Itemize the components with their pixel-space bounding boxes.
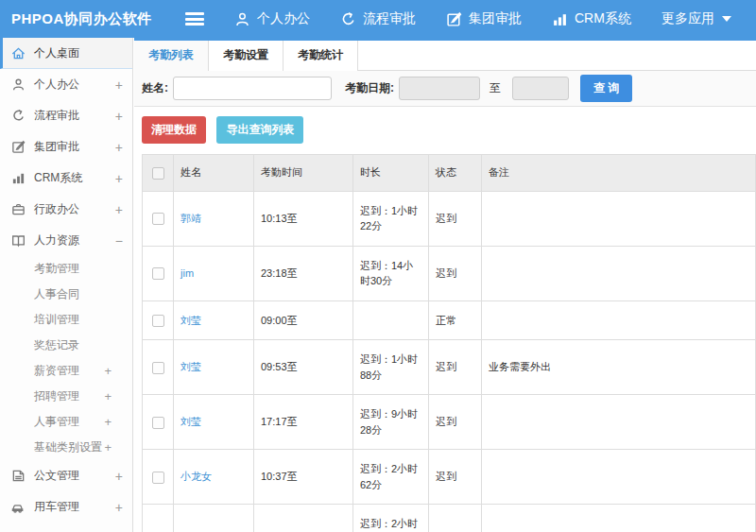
tab-attendance-statistics[interactable]: 考勤统计 [284, 41, 358, 71]
export-query-list-button[interactable]: 导出查询列表 [216, 116, 303, 144]
edit-icon [11, 140, 26, 154]
attendance-time: 23:18至 [254, 246, 353, 300]
expand-plus-icon[interactable]: + [115, 469, 123, 484]
status-text: 迟到 [429, 340, 482, 395]
sidebar-item-document-management[interactable]: 公文管理 + [0, 460, 132, 491]
expand-plus-icon[interactable]: + [115, 77, 123, 93]
row-checkbox[interactable] [152, 213, 164, 225]
row-checkbox[interactable] [152, 362, 164, 374]
sidebar-subitem-training-management[interactable]: 培训管理 [0, 307, 132, 333]
remark-text: 业务需要外出 [482, 340, 756, 395]
name-search-input[interactable] [173, 77, 332, 100]
sidebar: 个人桌面 个人办公 + 流程审批 + 集团审批 + CRM系统 + 行政办公 + [0, 38, 133, 532]
sidebar-item-label: 公文管理 [34, 468, 115, 484]
name-link[interactable]: 刘莹 [180, 416, 201, 427]
duration-line: 迟到：9小时28分 [360, 406, 421, 438]
expand-plus-icon[interactable]: + [104, 389, 112, 403]
nav-label: 个人办公 [257, 10, 310, 27]
duration-cell: 迟到：1小时88分 [353, 340, 429, 395]
row-checkbox[interactable] [152, 472, 164, 484]
nav-item-crm-system[interactable]: CRM系统 [552, 10, 631, 27]
date-to-input[interactable] [512, 77, 569, 100]
duration-cell: 迟到：2小时62分 [353, 450, 429, 505]
date-from-input[interactable] [399, 77, 480, 100]
sidebar-subitem-recruitment-management[interactable]: 招聘管理 + [0, 384, 132, 409]
attendance-list-panel: 清理数据 导出查询列表 姓名 考勤时间 时长 状态 备注 郭靖10:13至迟到：… [134, 107, 756, 532]
date-to-label: 至 [490, 80, 501, 96]
expand-plus-icon[interactable]: + [115, 500, 123, 515]
nav-item-more-apps[interactable]: 更多应用 [662, 10, 731, 27]
row-checkbox[interactable] [152, 417, 164, 429]
nav-item-group-approval[interactable]: 集团审批 [446, 10, 522, 27]
expand-plus-icon[interactable]: + [104, 440, 112, 455]
expand-plus-icon[interactable]: + [115, 171, 123, 186]
table-row: 郭靖10:13至迟到：1小时22分迟到 [143, 191, 756, 246]
sidebar-subitem-attendance-management[interactable]: 考勤管理 [0, 256, 132, 282]
sidebar-subitem-reward-punishment[interactable]: 奖惩记录 [0, 333, 132, 358]
duration-cell: 迟到：1小时22分 [353, 191, 429, 246]
duration-line: 迟到：1小时88分 [360, 352, 421, 383]
expand-plus-icon[interactable]: + [115, 140, 123, 155]
sidebar-item-personal-desktop[interactable]: 个人桌面 [0, 38, 132, 69]
clean-data-button[interactable]: 清理数据 [142, 116, 206, 144]
attendance-time: 10:54至10:54 [254, 505, 353, 532]
remark-text [482, 395, 756, 450]
expand-plus-icon[interactable]: + [104, 415, 112, 429]
sidebar-item-vehicle-management[interactable]: 用车管理 + [0, 491, 132, 523]
sidebar-item-personal-office[interactable]: 个人办公 + [0, 69, 132, 100]
name-link[interactable]: 郭靖 [180, 213, 201, 224]
hr-submenu: 考勤管理 人事合同 培训管理 奖惩记录 薪资管理 + 招聘管理 + 人事管理 +… [0, 256, 132, 460]
home-icon [11, 46, 26, 60]
sidebar-item-workflow-approval[interactable]: 流程审批 + [0, 100, 132, 131]
attendance-table: 姓名 考勤时间 时长 状态 备注 郭靖10:13至迟到：1小时22分迟到jim2… [142, 154, 756, 532]
chart-icon [11, 171, 26, 185]
duration-line: 迟到：2小时62分 [360, 461, 421, 492]
status-text: 迟到 [429, 450, 482, 505]
row-checkbox[interactable] [152, 315, 164, 327]
table-row: 刘莹17:17至迟到：9小时28分迟到 [143, 395, 756, 450]
duration-cell: 迟到：14小时30分 [353, 246, 429, 300]
sidebar-item-group-approval[interactable]: 集团审批 + [0, 131, 132, 163]
hamburger-menu-icon[interactable] [185, 12, 204, 26]
select-all-checkbox[interactable] [152, 167, 164, 180]
query-button[interactable]: 查 询 [580, 75, 632, 102]
nav-item-personal-office[interactable]: 个人办公 [234, 10, 310, 27]
status-text: 正常 [429, 300, 482, 340]
expand-plus-icon[interactable]: + [115, 109, 123, 124]
collapse-minus-icon[interactable]: − [115, 233, 123, 249]
attendance-date-label: 考勤日期: [345, 80, 394, 96]
sidebar-item-label: CRM系统 [34, 170, 115, 186]
app-logo: PHPOA协同办公软件 [0, 10, 185, 28]
sidebar-item-human-resources[interactable]: 人力资源 − [0, 225, 132, 256]
status-text: 迟到 [429, 246, 482, 300]
sidebar-item-label: 个人办公 [34, 77, 115, 93]
column-header-status: 状态 [429, 155, 482, 192]
row-checkbox[interactable] [152, 267, 164, 280]
tab-attendance-settings[interactable]: 考勤设置 [209, 41, 284, 71]
column-header-duration: 时长 [353, 155, 429, 192]
nav-label: 流程审批 [363, 10, 416, 27]
name-link[interactable]: jim [180, 267, 194, 279]
sidebar-subitem-base-category-settings[interactable]: 基础类别设置 + [0, 435, 132, 460]
sidebar-item-label: 流程审批 [34, 108, 115, 124]
sidebar-item-admin-office[interactable]: 行政办公 + [0, 194, 132, 225]
expand-plus-icon[interactable]: + [115, 202, 123, 217]
person-icon [11, 77, 26, 92]
remark-text [482, 191, 756, 246]
sidebar-item-label: 集团审批 [34, 139, 115, 155]
sidebar-item-crm-system[interactable]: CRM系统 + [0, 163, 132, 194]
top-header: PHPOA协同办公软件 个人办公 流程审批 集团审批 CRM系统 更多应用 [0, 0, 756, 38]
expand-plus-icon[interactable]: + [104, 364, 112, 378]
edit-icon [446, 11, 462, 27]
remark-text [482, 246, 756, 300]
sidebar-subitem-hr-contract[interactable]: 人事合同 [0, 282, 132, 307]
tab-attendance-list[interactable]: 考勤列表 [134, 41, 209, 71]
sidebar-subitem-salary-management[interactable]: 薪资管理 + [0, 358, 132, 384]
name-link[interactable]: 小龙女 [180, 471, 212, 482]
name-link[interactable]: 刘莹 [180, 315, 201, 326]
duration-line: 迟到：14小时30分 [360, 258, 421, 289]
sidebar-subitem-personnel-management[interactable]: 人事管理 + [0, 409, 132, 435]
status-text: 迟到/早退 [429, 505, 482, 532]
nav-item-workflow-approval[interactable]: 流程审批 [340, 10, 416, 27]
name-link[interactable]: 刘莹 [180, 361, 201, 372]
